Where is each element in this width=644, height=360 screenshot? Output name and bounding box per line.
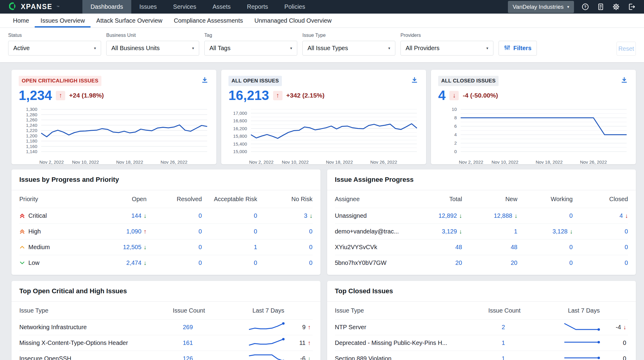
trademark-mark: ™ bbox=[56, 5, 59, 8]
nav-item-assets[interactable]: Assets bbox=[204, 0, 239, 14]
tab-home[interactable]: Home bbox=[7, 14, 35, 27]
svg-text:1,140: 1,140 bbox=[26, 149, 37, 154]
metric-link[interactable]: 0 bbox=[199, 244, 202, 251]
download-icon[interactable] bbox=[620, 76, 629, 85]
filter-select[interactable]: Active ▾ bbox=[8, 41, 101, 56]
table-row-insecure-openssh: Insecure OpenSSH 126 -6↓ bbox=[19, 351, 313, 360]
trend-arrow-icon: ↑ bbox=[56, 91, 65, 100]
metric-link[interactable]: 20 bbox=[455, 259, 462, 266]
metric-link[interactable]: 0 bbox=[569, 212, 573, 219]
nav-item-reports[interactable]: Reports bbox=[239, 0, 276, 14]
filter-section: Status Active ▾ Business Unit All Busine… bbox=[0, 28, 644, 62]
issue-count-link[interactable]: 269 bbox=[183, 324, 193, 331]
metric-link[interactable]: 0 bbox=[625, 228, 628, 235]
table-body: Critical 144↓ 0 0 3↓ High 1,090↑ 0 0 0 M… bbox=[19, 208, 313, 271]
metric-link[interactable]: 0 bbox=[254, 228, 257, 235]
issue-count-link[interactable]: 1 bbox=[502, 355, 505, 360]
filter-select[interactable]: All Tags ▾ bbox=[204, 41, 297, 56]
filter-select[interactable]: All Providers ▾ bbox=[400, 41, 493, 56]
metric-link[interactable]: 3,128 bbox=[553, 228, 568, 235]
priority-label: Low bbox=[28, 259, 40, 266]
tab-issues-overview[interactable]: Issues Overview bbox=[35, 14, 91, 27]
help-icon[interactable]: ? bbox=[581, 3, 589, 11]
tab-compliance-assessments[interactable]: Compliance Assessments bbox=[168, 14, 249, 27]
settings-icon[interactable] bbox=[612, 3, 620, 11]
metric-link[interactable]: 0 bbox=[254, 212, 257, 219]
trend-down-arrow-icon: ↓ bbox=[144, 259, 147, 266]
metric-link[interactable]: 3,129 bbox=[442, 228, 457, 235]
nav-item-services[interactable]: Services bbox=[165, 0, 205, 14]
tab-unmanaged-cloud-overview[interactable]: Unmanaged Cloud Overview bbox=[249, 14, 337, 27]
assignee-label: demo+vandelay@trac... bbox=[335, 228, 399, 235]
metric-link[interactable]: 48 bbox=[511, 244, 517, 251]
reset-button[interactable]: Reset bbox=[617, 42, 636, 56]
svg-text:15,400: 15,400 bbox=[233, 141, 247, 146]
metric-link[interactable]: 0 bbox=[199, 259, 202, 266]
trend-down-arrow-icon: ↓ bbox=[623, 324, 626, 330]
issue-type-label: Section 889 Violation bbox=[335, 355, 392, 360]
medium-icon bbox=[19, 244, 25, 250]
metric-link[interactable]: 1,090 bbox=[126, 228, 142, 235]
delta-number: 11 bbox=[299, 339, 306, 346]
nav-item-policies[interactable]: Policies bbox=[276, 0, 313, 14]
download-icon[interactable] bbox=[410, 76, 419, 85]
metric-link[interactable]: 0 bbox=[309, 259, 312, 266]
filter-select[interactable]: All Issue Types ▾ bbox=[302, 41, 395, 56]
metric-link[interactable]: 0 bbox=[625, 244, 628, 251]
metric-link[interactable]: 2,474 bbox=[126, 259, 142, 266]
metric-link[interactable]: 4 bbox=[620, 212, 623, 219]
column-header-issue-type: Issue Type bbox=[335, 307, 469, 314]
sliders-icon bbox=[504, 44, 510, 52]
download-icon[interactable] bbox=[200, 76, 209, 85]
metric-link[interactable]: 12,888 bbox=[494, 212, 512, 219]
metric-link[interactable]: 1 bbox=[254, 244, 257, 251]
filter-fields: Status Active ▾ Business Unit All Busine… bbox=[8, 33, 493, 56]
metric-link[interactable]: 0 bbox=[569, 259, 573, 266]
kpi-cards-row: OPEN CRITICAL/HIGH ISSUES 1,234 ↑ +24 (1… bbox=[11, 70, 636, 164]
metric-link[interactable]: 0 bbox=[309, 228, 312, 235]
issue-count-link[interactable]: 1 bbox=[502, 339, 505, 346]
xpanse-logo[interactable]: XPANSE™ bbox=[0, 0, 69, 14]
metric-link[interactable]: 0 bbox=[569, 244, 573, 251]
issue-count-link[interactable]: 2 bbox=[502, 324, 505, 331]
nav-item-issues[interactable]: Issues bbox=[131, 0, 165, 14]
metric-link[interactable]: 3 bbox=[304, 212, 307, 219]
metric-link[interactable]: 12,892 bbox=[438, 212, 457, 219]
metric-link[interactable]: 0 bbox=[625, 259, 628, 266]
table-header-row: Issue TypeIssue CountLast 7 Days bbox=[19, 302, 313, 319]
metric-link[interactable]: 144 bbox=[131, 212, 141, 219]
table-header-row: AssigneeTotalNewWorkingClosed bbox=[335, 190, 628, 208]
trend-down-arrow-icon: ↓ bbox=[625, 212, 628, 219]
metric-link[interactable]: 0 bbox=[199, 212, 202, 219]
trend-sparkline bbox=[247, 353, 285, 360]
trend-sparkline bbox=[247, 322, 285, 333]
metric-link[interactable]: 0 bbox=[254, 259, 257, 266]
filters-button[interactable]: Filters bbox=[499, 41, 537, 56]
issue-count-link[interactable]: 161 bbox=[183, 339, 193, 346]
svg-text:Nov 2, 2022: Nov 2, 2022 bbox=[459, 159, 483, 165]
high-icon bbox=[19, 229, 25, 234]
metric-link[interactable]: 12,505 bbox=[123, 244, 141, 251]
metric-link[interactable]: 0 bbox=[199, 228, 202, 235]
svg-text:1,220: 1,220 bbox=[26, 128, 37, 133]
kpi-value: 16,213 bbox=[228, 89, 269, 102]
metric-link[interactable]: 1 bbox=[514, 228, 517, 235]
nav-item-dashboards[interactable]: Dashboards bbox=[82, 0, 131, 14]
metric-link[interactable]: 20 bbox=[511, 259, 517, 266]
report-icon[interactable] bbox=[597, 3, 605, 11]
tab-attack-surface-overview[interactable]: Attack Surface Overview bbox=[91, 14, 168, 27]
org-name: VanDelay Industries bbox=[513, 4, 564, 10]
column-header-no-risk: No Risk bbox=[257, 196, 312, 203]
metric-link[interactable]: 48 bbox=[455, 244, 462, 251]
issue-count-link[interactable]: 126 bbox=[183, 355, 193, 360]
column-header-new: New bbox=[462, 196, 517, 203]
metric-link[interactable]: 0 bbox=[309, 244, 312, 251]
filter-label: Tag bbox=[204, 33, 297, 38]
org-selector-button[interactable]: VanDelay Industries ▾ bbox=[508, 1, 574, 13]
filter-select[interactable]: All Business Units ▾ bbox=[106, 41, 199, 56]
table-header-row: PriorityOpenResolvedAcceptable RiskNo Ri… bbox=[19, 190, 313, 208]
kpi-delta: -4 (-50.00%) bbox=[463, 92, 498, 99]
column-header-open: Open bbox=[91, 196, 146, 203]
svg-text:15,800: 15,800 bbox=[233, 133, 247, 139]
signout-icon[interactable] bbox=[627, 3, 636, 11]
